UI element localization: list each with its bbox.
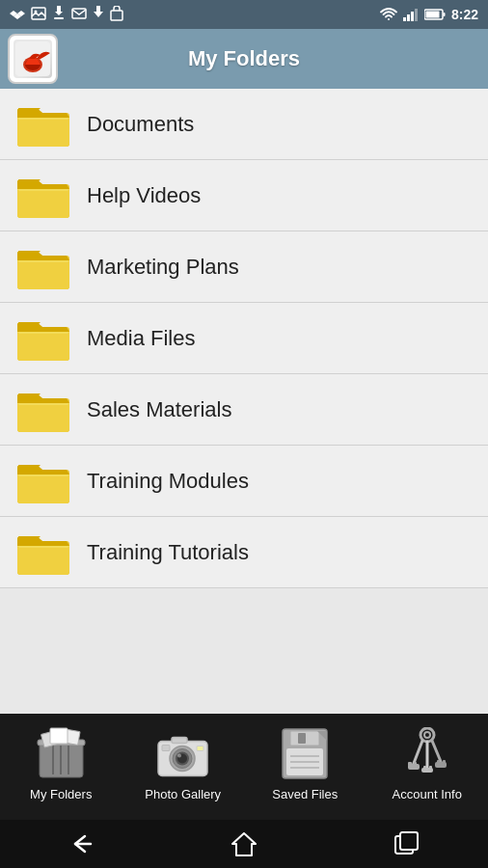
nav-icon-account-info [398, 723, 456, 783]
svg-rect-57 [443, 760, 446, 764]
svg-rect-15 [443, 13, 445, 16]
folder-name: Training Modules [87, 469, 249, 494]
svg-rect-12 [411, 12, 414, 21]
folder-icon [15, 100, 71, 149]
svg-rect-43 [298, 733, 306, 744]
status-bar: 8:22 [0, 0, 488, 29]
app-header: My Folders [0, 29, 488, 89]
nav-item-photo-gallery[interactable]: Photo Gallery [122, 723, 245, 801]
battery-icon [424, 9, 446, 20]
gmail-icon [71, 7, 87, 22]
svg-rect-48 [408, 762, 412, 766]
folder-icon [15, 529, 71, 577]
back-button[interactable] [62, 825, 100, 863]
folder-icon [15, 386, 71, 434]
folder-name: Documents [87, 112, 194, 137]
svg-line-54 [432, 741, 442, 764]
svg-rect-29 [172, 737, 187, 743]
svg-rect-9 [111, 11, 122, 20]
folder-item[interactable]: Training Tutorials [0, 517, 488, 588]
svg-rect-11 [407, 14, 410, 21]
folder-name: Media Files [87, 326, 195, 351]
nav-icon-saved-files [276, 723, 334, 783]
app-logo [8, 34, 58, 84]
folder-icon [15, 314, 71, 363]
system-nav-bar [0, 820, 488, 868]
folder-item[interactable]: Sales Materials [0, 374, 488, 446]
folder-item[interactable]: Training Modules [0, 446, 488, 517]
folder-icon [15, 172, 71, 220]
image-icon [31, 7, 46, 23]
arrow-down-icon [93, 6, 104, 24]
folder-icon [15, 243, 71, 291]
folder-name: Help Videos [87, 183, 201, 208]
status-icons-right: 8:22 [380, 7, 478, 22]
folder-name: Sales Materials [87, 397, 231, 422]
svg-point-58 [424, 732, 430, 738]
svg-rect-52 [423, 766, 426, 770]
logo-svg [15, 41, 50, 76]
nav-icon-photo-gallery [154, 723, 212, 783]
svg-marker-6 [55, 6, 63, 15]
nav-item-my-folders[interactable]: My Folders [0, 723, 122, 801]
folder-icon [15, 457, 71, 505]
nav-item-saved-files[interactable]: Saved Files [244, 723, 366, 801]
status-icons-left [10, 6, 123, 24]
nav-label-photo-gallery: Photo Gallery [145, 787, 221, 801]
store-icon [110, 6, 123, 24]
folder-item[interactable]: Media Files [0, 303, 488, 374]
svg-rect-5 [54, 17, 64, 19]
svg-rect-36 [162, 745, 170, 750]
svg-point-34 [177, 753, 181, 757]
folder-list: Documents Help Videos [0, 89, 488, 714]
svg-rect-10 [403, 17, 406, 21]
svg-rect-35 [197, 746, 203, 750]
folder-name: Marketing Plans [87, 255, 239, 280]
signal-icon [403, 8, 419, 21]
status-time: 8:22 [451, 7, 478, 22]
wifi-icon [380, 8, 397, 21]
svg-rect-16 [425, 12, 439, 18]
download-icon [52, 6, 66, 24]
svg-rect-53 [429, 766, 432, 770]
home-button[interactable] [225, 825, 263, 863]
svg-rect-7 [72, 9, 86, 18]
svg-rect-49 [414, 762, 417, 766]
nav-icon-my-folders [32, 723, 90, 783]
recent-apps-button[interactable] [388, 825, 426, 863]
nav-item-account-info[interactable]: Account Info [366, 723, 489, 801]
nav-label-my-folders: My Folders [30, 787, 92, 801]
nav-label-saved-files: Saved Files [272, 787, 338, 801]
svg-rect-61 [400, 832, 418, 850]
svg-rect-13 [415, 9, 418, 21]
bottom-navigation: My Folders Photo Gallery [0, 714, 488, 820]
svg-rect-56 [437, 760, 440, 764]
folder-item[interactable]: Help Videos [0, 160, 488, 231]
svg-marker-59 [232, 833, 256, 855]
svg-marker-8 [94, 6, 103, 17]
svg-line-46 [413, 741, 422, 766]
folder-name: Training Tutorials [87, 540, 249, 565]
folder-item[interactable]: Marketing Plans [0, 231, 488, 303]
nav-label-account-info: Account Info [393, 787, 462, 801]
folder-item[interactable]: Documents [0, 89, 488, 160]
svg-rect-27 [50, 728, 68, 744]
page-title: My Folders [188, 46, 300, 71]
dropbox-icon [10, 6, 25, 24]
